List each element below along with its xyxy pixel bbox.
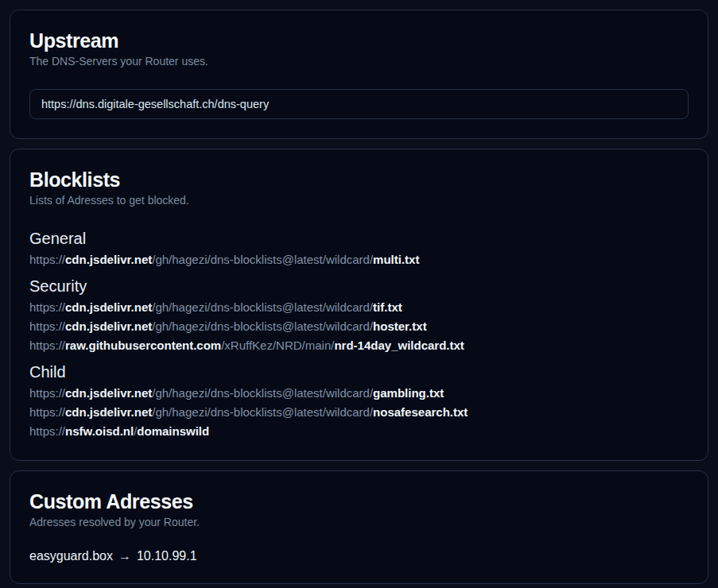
custom-adresses-card-subtitle: Adresses resolved by your Router. <box>29 516 689 529</box>
entry-hostname: easyguard.box <box>29 549 113 563</box>
blocklist-url: https://cdn.jsdelivr.net/gh/hagezi/dns-b… <box>29 298 689 317</box>
url-domain: cdn.jsdelivr.net <box>65 386 152 400</box>
blocklist-groups: Generalhttps://cdn.jsdelivr.net/gh/hagez… <box>29 228 689 441</box>
blocklist-url: https://cdn.jsdelivr.net/gh/hagezi/dns-b… <box>29 403 689 422</box>
upstream-card: Upstream The DNS-Servers your Router use… <box>10 10 708 139</box>
url-domain: raw.githubusercontent.com <box>65 338 221 352</box>
blocklist-group-title: Child <box>29 362 689 382</box>
url-file: domainswild <box>137 424 209 438</box>
upstream-card-subtitle: The DNS-Servers your Router uses. <box>29 55 689 68</box>
url-prefix: https:// <box>29 319 65 333</box>
custom-adresses-card-title: Custom Adresses <box>29 490 689 513</box>
url-path: /xRuffKez/NRD/main/ <box>221 338 334 352</box>
url-domain: cdn.jsdelivr.net <box>65 405 152 419</box>
url-prefix: https:// <box>29 300 65 314</box>
url-prefix: https:// <box>29 424 65 438</box>
url-path: /gh/hagezi/dns-blocklists@latest/wildcar… <box>152 319 373 333</box>
url-domain: cdn.jsdelivr.net <box>65 253 152 266</box>
custom-adress-entry: easyguard.box→10.10.99.1 <box>29 548 689 564</box>
url-domain: cdn.jsdelivr.net <box>65 300 152 314</box>
blocklist-group: Childhttps://cdn.jsdelivr.net/gh/hagezi/… <box>29 362 689 441</box>
url-path: /gh/hagezi/dns-blocklists@latest/wildcar… <box>152 300 373 314</box>
url-path: /gh/hagezi/dns-blocklists@latest/wildcar… <box>152 405 373 419</box>
url-path: /gh/hagezi/dns-blocklists@latest/wildcar… <box>152 386 373 400</box>
url-file: multi.txt <box>373 253 419 266</box>
custom-adress-entries: easyguard.box→10.10.99.1 <box>29 548 689 564</box>
url-prefix: https:// <box>29 253 65 266</box>
url-file: nosafesearch.txt <box>373 405 468 419</box>
blocklist-url: https://cdn.jsdelivr.net/gh/hagezi/dns-b… <box>29 384 689 403</box>
blocklist-group: Generalhttps://cdn.jsdelivr.net/gh/hagez… <box>29 228 689 269</box>
blocklist-url: https://nsfw.oisd.nl/domainswild <box>29 422 689 441</box>
url-path: /gh/hagezi/dns-blocklists@latest/wildcar… <box>152 253 373 266</box>
blocklist-url: https://cdn.jsdelivr.net/gh/hagezi/dns-b… <box>29 317 689 336</box>
url-file: nrd-14day_wildcard.txt <box>334 338 464 352</box>
blocklist-group: Securityhttps://cdn.jsdelivr.net/gh/hage… <box>29 276 689 355</box>
url-domain: nsfw.oisd.nl <box>65 424 134 438</box>
url-prefix: https:// <box>29 386 65 400</box>
url-domain: cdn.jsdelivr.net <box>65 319 152 333</box>
blocklist-url: https://raw.githubusercontent.com/xRuffK… <box>29 336 689 355</box>
custom-adresses-card: Custom Adresses Adresses resolved by you… <box>10 470 708 584</box>
upstream-card-title: Upstream <box>29 29 689 52</box>
blocklist-url: https://cdn.jsdelivr.net/gh/hagezi/dns-b… <box>29 250 689 269</box>
url-prefix: https:// <box>29 405 65 419</box>
blocklists-card-subtitle: Lists of Adresses to get blocked. <box>29 194 689 207</box>
url-prefix: https:// <box>29 338 65 352</box>
url-file: hoster.txt <box>373 319 427 333</box>
upstream-dns-input[interactable] <box>29 89 689 119</box>
entry-ip: 10.10.99.1 <box>137 549 197 563</box>
entry-arrow-icon: → <box>118 549 131 563</box>
url-file: gambling.txt <box>373 386 444 400</box>
blocklists-card-title: Blocklists <box>29 168 689 191</box>
blocklists-card: Blocklists Lists of Adresses to get bloc… <box>10 149 708 461</box>
blocklist-group-title: General <box>29 228 689 249</box>
url-file: tif.txt <box>373 300 402 314</box>
blocklist-group-title: Security <box>29 276 689 296</box>
